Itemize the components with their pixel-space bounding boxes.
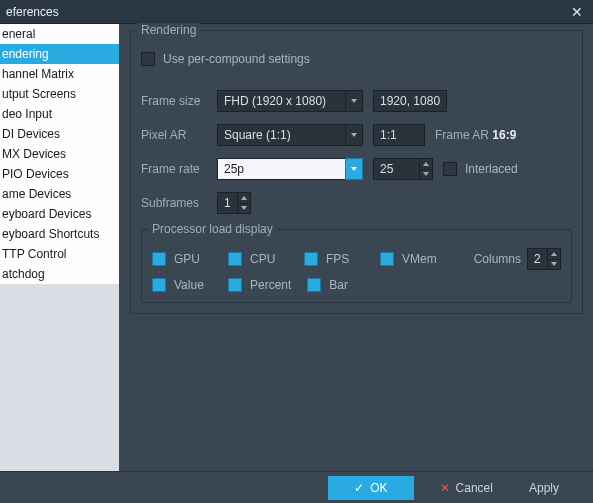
cpu-label: CPU (250, 252, 275, 266)
cancel-button[interactable]: Cancel (426, 476, 507, 500)
sidebar-item-ndi-devices[interactable]: DI Devices (0, 124, 119, 144)
sidebar-item-gpio-devices[interactable]: PIO Devices (0, 164, 119, 184)
value-checkbox[interactable] (152, 278, 166, 292)
processor-load-title: Processor load display (148, 222, 277, 236)
subframes-label: Subframes (141, 196, 217, 210)
vmem-checkbox[interactable] (380, 252, 394, 266)
frame-rate-spinner[interactable]: 25 (373, 158, 433, 180)
frame-rate-value: 25p (217, 158, 345, 180)
bar-label: Bar (329, 278, 348, 292)
spinner-up-icon[interactable] (548, 249, 560, 260)
percent-checkbox[interactable] (228, 278, 242, 292)
apply-button[interactable]: Apply (515, 476, 573, 500)
cpu-checkbox[interactable] (228, 252, 242, 266)
frame-size-value: FHD (1920 x 1080) (217, 90, 345, 112)
sidebar-item-dmx-devices[interactable]: MX Devices (0, 144, 119, 164)
interlaced-checkbox[interactable] (443, 162, 457, 176)
sidebar-item-general[interactable]: eneral (0, 24, 119, 44)
window-title: eferences (6, 5, 59, 19)
subframes-spinner[interactable]: 1 (217, 192, 251, 214)
processor-load-group: Processor load display GPU CPU FPS VMem … (141, 229, 572, 303)
frame-size-select[interactable]: FHD (1920 x 1080) (217, 90, 363, 112)
frame-size-label: Frame size (141, 94, 217, 108)
frame-rate-num: 25 (373, 158, 419, 180)
sidebar-item-game-devices[interactable]: ame Devices (0, 184, 119, 204)
frame-ar-label: Frame AR 16:9 (435, 128, 516, 142)
columns-value: 2 (527, 248, 547, 270)
frame-rate-label: Frame rate (141, 162, 217, 176)
subframes-value: 1 (217, 192, 237, 214)
ok-button[interactable]: OK (328, 476, 413, 500)
fps-checkbox[interactable] (304, 252, 318, 266)
pixel-ar-ratio-input[interactable] (373, 124, 425, 146)
rendering-group-title: Rendering (137, 23, 200, 37)
sidebar-item-watchdog[interactable]: atchdog (0, 264, 119, 284)
sidebar: eneral endering hannel Matrix utput Scre… (0, 24, 120, 472)
sidebar-item-output-screens[interactable]: utput Screens (0, 84, 119, 104)
sidebar-item-keyboard-shortcuts[interactable]: eyboard Shortcuts (0, 224, 119, 244)
spinner-up-icon[interactable] (238, 193, 250, 204)
interlaced-label: Interlaced (465, 162, 518, 176)
rendering-group: Rendering Use per-compound settings Fram… (130, 30, 583, 314)
use-per-compound-label: Use per-compound settings (163, 52, 310, 66)
use-per-compound-checkbox[interactable] (141, 52, 155, 66)
spinner-up-icon[interactable] (420, 159, 432, 170)
pixel-ar-label: Pixel AR (141, 128, 217, 142)
titlebar: eferences ✕ (0, 0, 593, 24)
spinner-down-icon[interactable] (548, 260, 560, 270)
chevron-down-icon[interactable] (345, 124, 363, 146)
vmem-label: VMem (402, 252, 437, 266)
percent-label: Percent (250, 278, 291, 292)
fps-label: FPS (326, 252, 349, 266)
footer: OK Cancel Apply (0, 471, 593, 503)
bar-checkbox[interactable] (307, 278, 321, 292)
frame-size-px-input[interactable] (373, 90, 447, 112)
gpu-label: GPU (174, 252, 200, 266)
frame-rate-select[interactable]: 25p (217, 158, 363, 180)
sidebar-item-channel-matrix[interactable]: hannel Matrix (0, 64, 119, 84)
spinner-down-icon[interactable] (420, 170, 432, 180)
chevron-down-icon[interactable] (345, 158, 363, 180)
columns-label: Columns (474, 252, 521, 266)
spinner-down-icon[interactable] (238, 204, 250, 214)
sidebar-item-http-control[interactable]: TTP Control (0, 244, 119, 264)
pixel-ar-select[interactable]: Square (1:1) (217, 124, 363, 146)
sidebar-item-video-input[interactable]: deo Input (0, 104, 119, 124)
columns-spinner[interactable]: 2 (527, 248, 561, 270)
value-label: Value (174, 278, 204, 292)
close-icon[interactable]: ✕ (567, 4, 587, 20)
pixel-ar-value: Square (1:1) (217, 124, 345, 146)
gpu-checkbox[interactable] (152, 252, 166, 266)
sidebar-item-rendering[interactable]: endering (0, 44, 119, 64)
chevron-down-icon[interactable] (345, 90, 363, 112)
sidebar-item-keyboard-devices[interactable]: eyboard Devices (0, 204, 119, 224)
content-panel: Rendering Use per-compound settings Fram… (120, 24, 593, 472)
